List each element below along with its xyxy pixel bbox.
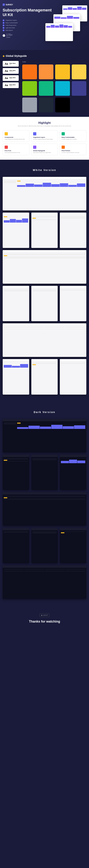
color-swatch [22, 97, 37, 112]
color-swatch [55, 97, 70, 112]
font-card: AaNoto SansSemibold [3, 68, 19, 74]
screen-preview [3, 492, 86, 526]
font-card: AaNoto SansRegular [3, 82, 19, 88]
highlight-card: Global StyleguideStyle preference define… [31, 144, 58, 155]
color-swatch [72, 64, 87, 79]
highlight-subtitle: We put more focus to make this product e… [3, 125, 86, 127]
svg-point-0 [4, 35, 4, 35]
card-icon [33, 146, 36, 149]
styleguide-section: Global Styleguide AaNoto SansBold AaNoto… [0, 50, 89, 117]
screen-preview [31, 359, 58, 395]
highlight-cards: ComponentsContain editable and customiza… [3, 130, 86, 155]
card-icon [61, 146, 65, 149]
figma-icon [3, 34, 5, 37]
styleguide-title: Global Styleguide [3, 55, 86, 57]
screen-preview [3, 528, 29, 563]
color-swatch [22, 81, 37, 96]
color-label: Color [22, 61, 86, 63]
card-desc: Avoid surprising licensing fees for font… [5, 152, 28, 153]
hero-section: SURVEY Subscription Management UI Kit Or… [0, 0, 89, 50]
screen-preview [3, 419, 86, 453]
color-swatch [39, 97, 54, 112]
color-swatch [55, 64, 70, 79]
footer-section: ◆ UIHUT Thanks for watching [0, 606, 89, 630]
screen-count: 170+ [6, 33, 13, 36]
color-swatch [39, 81, 54, 96]
screen-preview [3, 323, 86, 357]
color-swatch [39, 64, 54, 79]
screen-label: Screen [6, 37, 13, 38]
highlight-card: Easy CustomizableIt is easy to change co… [60, 130, 86, 142]
color-swatch [22, 64, 37, 79]
screen-preview [3, 250, 86, 284]
screen-preview [3, 359, 29, 395]
logo-icon [3, 4, 5, 6]
screen-preview [3, 213, 29, 248]
highlight-title: Highlight [3, 121, 86, 125]
color-palette: Color [22, 61, 86, 112]
white-version-title: White Version [0, 160, 89, 177]
screen-preview [60, 528, 86, 563]
screen-preview [60, 213, 86, 248]
screen-preview [60, 286, 86, 321]
card-title: Easy Customizable [61, 136, 84, 138]
card-desc: Style preference defines every design as… [33, 152, 56, 153]
screen-preview [31, 286, 58, 321]
card-title: Pixel Perfect [61, 150, 84, 152]
card-icon [5, 132, 8, 135]
highlight-card: Organized LayersOur work is shaped, grou… [31, 130, 58, 142]
font-card: AaNoto SansBold [3, 61, 19, 67]
card-title: Global Styleguide [33, 150, 56, 152]
screen-preview [60, 455, 86, 490]
screen-preview [31, 455, 58, 490]
card-icon [61, 132, 65, 135]
dark-version-title: Dark Version [0, 402, 89, 419]
highlight-card: Pixel PerfectOur work is measured precis… [60, 144, 86, 155]
card-desc: Contain editable and customizable elemen… [5, 138, 28, 140]
highlight-card: Free FontAvoid surprising licensing fees… [3, 144, 29, 155]
font-list: AaNoto SansBold AaNoto SansSemibold AaNo… [3, 61, 19, 112]
screen-preview [60, 359, 86, 395]
card-title: Free Font [5, 150, 28, 152]
card-icon [33, 132, 36, 135]
screen-preview [3, 177, 86, 211]
card-desc: Our work is measured precisely in every … [61, 152, 84, 153]
card-title: Components [5, 136, 28, 138]
dark-showcase [0, 419, 89, 606]
footer-brand: ◆ UIHUT [40, 614, 50, 617]
hero-mockups [37, 5, 87, 45]
screen-preview [3, 455, 29, 490]
highlight-card: ComponentsContain editable and customiza… [3, 130, 29, 142]
screen-preview [3, 286, 29, 321]
card-icon [5, 146, 8, 149]
white-showcase [0, 177, 89, 402]
card-desc: It is easy to change colors or anything. [61, 138, 84, 140]
card-title: Organized Layers [33, 136, 56, 138]
screen-preview [31, 213, 58, 248]
footer-thanks: Thanks for watching [0, 620, 89, 623]
screen-preview [3, 565, 86, 599]
svg-point-2 [4, 36, 4, 36]
color-swatch [55, 81, 70, 96]
font-card: AaNoto SansMedium [3, 75, 19, 81]
svg-point-1 [4, 35, 4, 36]
screen-preview [31, 528, 58, 563]
card-desc: Our work is shaped, grouped and neatly a… [33, 138, 56, 140]
brand-name: SURVEY [6, 4, 13, 6]
highlight-section: Highlight We put more focus to make this… [0, 117, 89, 160]
color-swatch [72, 81, 87, 96]
